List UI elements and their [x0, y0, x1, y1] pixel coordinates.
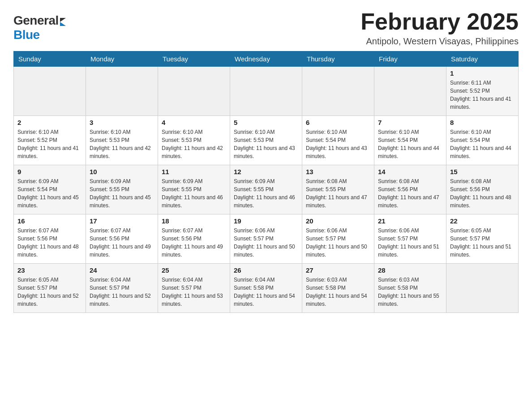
calendar-cell [302, 67, 374, 116]
calendar-cell [374, 67, 446, 116]
day-number: 10 [90, 168, 154, 176]
calendar-cell: 23Sunrise: 6:05 AM Sunset: 5:57 PM Dayli… [14, 264, 86, 313]
calendar-cell: 10Sunrise: 6:09 AM Sunset: 5:55 PM Dayli… [86, 165, 158, 214]
day-info: Sunrise: 6:10 AM Sunset: 5:54 PM Dayligh… [378, 128, 442, 160]
day-number: 25 [162, 266, 226, 274]
calendar-cell: 21Sunrise: 6:06 AM Sunset: 5:57 PM Dayli… [374, 214, 446, 264]
day-number: 3 [90, 119, 154, 126]
day-number: 16 [17, 217, 82, 225]
day-info: Sunrise: 6:07 AM Sunset: 5:56 PM Dayligh… [162, 227, 226, 259]
week-row: 16Sunrise: 6:07 AM Sunset: 5:56 PM Dayli… [14, 214, 519, 264]
day-info: Sunrise: 6:09 AM Sunset: 5:55 PM Dayligh… [162, 177, 226, 210]
calendar-cell: 3Sunrise: 6:10 AM Sunset: 5:53 PM Daylig… [86, 116, 158, 165]
calendar-cell: 1Sunrise: 6:11 AM Sunset: 5:52 PM Daylig… [446, 67, 519, 116]
title-section: February 2025 Antipolo, Western Visayas,… [360, 9, 519, 47]
day-number: 26 [234, 266, 298, 274]
calendar-cell: 25Sunrise: 6:04 AM Sunset: 5:57 PM Dayli… [158, 264, 230, 313]
day-number: 17 [90, 217, 154, 225]
day-number: 7 [378, 119, 442, 126]
calendar-cell: 14Sunrise: 6:08 AM Sunset: 5:56 PM Dayli… [374, 165, 446, 214]
calendar-cell: 12Sunrise: 6:09 AM Sunset: 5:55 PM Dayli… [230, 165, 302, 214]
day-info: Sunrise: 6:10 AM Sunset: 5:53 PM Dayligh… [90, 128, 154, 160]
day-number: 8 [450, 119, 515, 126]
day-number: 14 [378, 168, 442, 176]
logo-general-text: General [13, 13, 59, 28]
calendar-cell: 17Sunrise: 6:07 AM Sunset: 5:56 PM Dayli… [86, 214, 158, 264]
day-of-week-header: Wednesday [230, 51, 302, 67]
calendar-cell: 6Sunrise: 6:10 AM Sunset: 5:54 PM Daylig… [302, 116, 374, 165]
day-number: 9 [17, 168, 82, 176]
day-of-week-header: Thursday [302, 51, 374, 67]
location-subtitle: Antipolo, Western Visayas, Philippines [360, 36, 519, 47]
calendar-cell: 5Sunrise: 6:10 AM Sunset: 5:53 PM Daylig… [230, 116, 302, 165]
day-number: 4 [162, 119, 226, 126]
calendar-cell: 4Sunrise: 6:10 AM Sunset: 5:53 PM Daylig… [158, 116, 230, 165]
logo-blue-text: Blue [13, 28, 40, 42]
day-number: 27 [306, 266, 370, 274]
day-info: Sunrise: 6:09 AM Sunset: 5:55 PM Dayligh… [234, 177, 298, 210]
calendar-cell: 19Sunrise: 6:06 AM Sunset: 5:57 PM Dayli… [230, 214, 302, 264]
day-info: Sunrise: 6:04 AM Sunset: 5:57 PM Dayligh… [90, 276, 154, 308]
day-info: Sunrise: 6:07 AM Sunset: 5:56 PM Dayligh… [90, 227, 154, 259]
day-info: Sunrise: 6:10 AM Sunset: 5:54 PM Dayligh… [306, 128, 370, 160]
week-row: 1Sunrise: 6:11 AM Sunset: 5:52 PM Daylig… [14, 67, 519, 116]
day-number: 2 [17, 119, 82, 126]
calendar-cell: 24Sunrise: 6:04 AM Sunset: 5:57 PM Dayli… [86, 264, 158, 313]
week-row: 9Sunrise: 6:09 AM Sunset: 5:54 PM Daylig… [14, 165, 519, 214]
calendar-cell: 2Sunrise: 6:10 AM Sunset: 5:52 PM Daylig… [14, 116, 86, 165]
day-info: Sunrise: 6:08 AM Sunset: 5:55 PM Dayligh… [306, 177, 370, 210]
calendar-cell: 8Sunrise: 6:10 AM Sunset: 5:54 PM Daylig… [446, 116, 519, 165]
day-of-week-header: Monday [86, 51, 158, 67]
month-year-title: February 2025 [360, 9, 519, 34]
day-info: Sunrise: 6:07 AM Sunset: 5:56 PM Dayligh… [17, 227, 82, 259]
day-number: 20 [306, 217, 370, 225]
calendar-header-row: SundayMondayTuesdayWednesdayThursdayFrid… [14, 51, 519, 67]
calendar-cell: 7Sunrise: 6:10 AM Sunset: 5:54 PM Daylig… [374, 116, 446, 165]
page-header: General Blue February 2025 Antipolo, Wes… [13, 9, 519, 47]
calendar-cell [14, 67, 86, 116]
day-number: 5 [234, 119, 298, 126]
day-info: Sunrise: 6:06 AM Sunset: 5:57 PM Dayligh… [234, 227, 298, 259]
logo: General Blue [13, 9, 66, 42]
day-info: Sunrise: 6:10 AM Sunset: 5:52 PM Dayligh… [17, 128, 82, 160]
day-of-week-header: Tuesday [158, 51, 230, 67]
day-info: Sunrise: 6:08 AM Sunset: 5:56 PM Dayligh… [450, 177, 515, 210]
calendar-table: SundayMondayTuesdayWednesdayThursdayFrid… [13, 51, 519, 313]
day-of-week-header: Friday [374, 51, 446, 67]
calendar-cell: 18Sunrise: 6:07 AM Sunset: 5:56 PM Dayli… [158, 214, 230, 264]
day-number: 21 [378, 217, 442, 225]
day-info: Sunrise: 6:05 AM Sunset: 5:57 PM Dayligh… [450, 227, 515, 259]
day-info: Sunrise: 6:10 AM Sunset: 5:53 PM Dayligh… [234, 128, 298, 160]
day-number: 15 [450, 168, 515, 176]
day-number: 24 [90, 266, 154, 274]
day-info: Sunrise: 6:04 AM Sunset: 5:58 PM Dayligh… [234, 276, 298, 308]
day-number: 23 [17, 266, 82, 274]
week-row: 23Sunrise: 6:05 AM Sunset: 5:57 PM Dayli… [14, 264, 519, 313]
day-info: Sunrise: 6:03 AM Sunset: 5:58 PM Dayligh… [378, 276, 442, 308]
calendar-cell [158, 67, 230, 116]
day-number: 13 [306, 168, 370, 176]
day-info: Sunrise: 6:11 AM Sunset: 5:52 PM Dayligh… [450, 79, 515, 111]
calendar-cell: 16Sunrise: 6:07 AM Sunset: 5:56 PM Dayli… [14, 214, 86, 264]
day-info: Sunrise: 6:10 AM Sunset: 5:54 PM Dayligh… [450, 128, 515, 160]
day-number: 18 [162, 217, 226, 225]
day-info: Sunrise: 6:09 AM Sunset: 5:54 PM Dayligh… [17, 177, 82, 210]
day-number: 11 [162, 168, 226, 176]
day-info: Sunrise: 6:06 AM Sunset: 5:57 PM Dayligh… [378, 227, 442, 259]
day-of-week-header: Saturday [446, 51, 519, 67]
calendar-cell: 20Sunrise: 6:06 AM Sunset: 5:57 PM Dayli… [302, 214, 374, 264]
calendar-cell [86, 67, 158, 116]
calendar-cell: 27Sunrise: 6:03 AM Sunset: 5:58 PM Dayli… [302, 264, 374, 313]
day-info: Sunrise: 6:05 AM Sunset: 5:57 PM Dayligh… [17, 276, 82, 308]
day-info: Sunrise: 6:04 AM Sunset: 5:57 PM Dayligh… [162, 276, 226, 308]
day-info: Sunrise: 6:08 AM Sunset: 5:56 PM Dayligh… [378, 177, 442, 210]
calendar-cell: 28Sunrise: 6:03 AM Sunset: 5:58 PM Dayli… [374, 264, 446, 313]
calendar-cell [446, 264, 519, 313]
day-number: 6 [306, 119, 370, 126]
day-number: 19 [234, 217, 298, 225]
calendar-cell: 13Sunrise: 6:08 AM Sunset: 5:55 PM Dayli… [302, 165, 374, 214]
day-info: Sunrise: 6:10 AM Sunset: 5:53 PM Dayligh… [162, 128, 226, 160]
calendar-cell: 26Sunrise: 6:04 AM Sunset: 5:58 PM Dayli… [230, 264, 302, 313]
calendar-cell [230, 67, 302, 116]
calendar-cell: 15Sunrise: 6:08 AM Sunset: 5:56 PM Dayli… [446, 165, 519, 214]
